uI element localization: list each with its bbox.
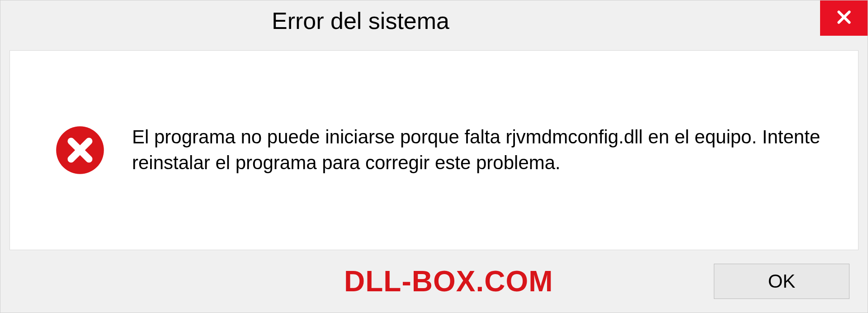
close-icon — [835, 8, 853, 28]
dialog-title: Error del sistema — [19, 7, 449, 34]
dialog-footer: DLL-BOX.COM OK — [0, 250, 868, 313]
titlebar: Error del sistema — [0, 0, 868, 41]
close-button[interactable] — [820, 0, 868, 36]
error-dialog: Error del sistema El programa no puede i… — [0, 0, 868, 313]
ok-button[interactable]: OK — [714, 264, 849, 299]
error-message: El programa no puede iniciarse porque fa… — [132, 124, 822, 175]
error-icon — [55, 125, 105, 175]
watermark-text: DLL-BOX.COM — [19, 265, 553, 298]
message-panel: El programa no puede iniciarse porque fa… — [9, 50, 859, 250]
